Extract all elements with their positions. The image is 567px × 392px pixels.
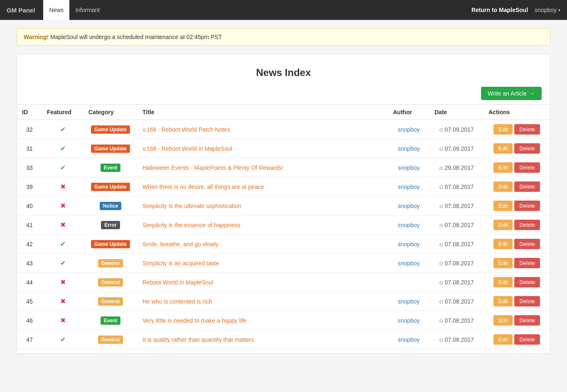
table-row: 31✔Game Updatev.168 - Reboot World in Ma… [17,139,550,158]
edit-button[interactable]: Edit [493,220,513,230]
author-link[interactable]: snopboy [398,336,420,343]
delete-button[interactable]: Delete [514,277,540,287]
cell-title: Halloween Events - MaplePoints & Plenty … [137,158,388,177]
return-link[interactable]: Return to MapleSoul [471,7,528,13]
clock-icon: ⊙ [439,261,443,267]
title-link[interactable]: Simplicity is the essence of happiness [142,222,241,228]
title-link[interactable]: When there is no desire, all things are … [142,184,264,190]
date-value: 07.09.2017 [444,145,474,152]
title-link[interactable]: Smile, breathe, and go slowly [142,241,218,247]
delete-button[interactable]: Delete [514,220,540,230]
table-row: 33✔EventHalloween Events - MaplePoints &… [17,158,550,177]
clock-icon: ⊙ [439,337,443,343]
cell-actions: EditDelete [484,120,550,139]
edit-button[interactable]: Edit [493,201,513,211]
cell-date: ⊙29.08.2017 [430,158,484,177]
author-link[interactable]: snopboy [398,241,420,247]
delete-button[interactable]: Delete [514,162,540,173]
col-header-id: ID [17,105,42,120]
navbar-right: Return to MapleSoul snopboy ▾ [471,7,560,13]
delete-button[interactable]: Delete [514,124,540,135]
cell-author: snopboy [388,177,430,196]
cell-actions: EditDelete [484,273,550,292]
title-link[interactable]: v.168 - Reboot World in MapleSoul [142,145,232,152]
title-link[interactable]: Simplicity is an acquired taste [142,260,219,267]
arrow-icon: → [529,90,535,97]
author-link[interactable]: snopboy [398,184,420,190]
delete-button[interactable]: Delete [514,315,540,326]
edit-button[interactable]: Edit [493,258,513,268]
table-row: 39✖Game UpdateWhen there is no desire, a… [17,177,550,196]
author-link[interactable]: snopboy [398,203,420,209]
date-value: 07.08.2017 [444,298,474,305]
category-badge: Game Update [91,183,130,191]
return-prefix: Return to [471,7,499,13]
delete-button[interactable]: Delete [514,143,540,154]
cell-category: Event [83,158,137,177]
delete-button[interactable]: Delete [514,296,540,306]
author-link[interactable]: snopboy [398,222,420,228]
checkmark-icon: ✔ [60,260,66,267]
toolbar: Write an Article → [17,83,550,104]
cell-category: Error [83,216,137,235]
cell-actions: EditDelete [484,196,550,216]
cell-author: snopboy [388,235,430,254]
col-header-title: Title [137,105,388,120]
page-title: News Index [17,59,550,83]
delete-button[interactable]: Delete [514,181,540,192]
edit-button[interactable]: Edit [493,181,513,192]
cell-actions: EditDelete [484,216,550,235]
col-header-featured: Featured [42,105,83,120]
edit-button[interactable]: Edit [493,315,513,326]
title-link[interactable]: Simplicity is the ultimate sophisticatio… [142,203,241,209]
author-link[interactable]: snopboy [398,298,420,305]
edit-button[interactable]: Edit [493,239,513,249]
cell-category: General [83,330,137,349]
author-link[interactable]: snopboy [398,260,420,267]
category-badge: General [98,278,123,287]
nav-link-news[interactable]: News [43,0,69,20]
title-link[interactable]: Reboot World in MapleSoul [142,279,213,286]
user-name: snopboy [535,7,557,13]
title-link[interactable]: Halloween Events - MaplePoints & Plenty … [142,164,283,171]
nav-link-informant[interactable]: Informant [69,0,106,20]
delete-button[interactable]: Delete [514,201,540,211]
edit-button[interactable]: Edit [493,334,513,345]
edit-button[interactable]: Edit [493,124,513,135]
title-link[interactable]: It is quality rather than quantity that … [142,336,254,343]
cell-featured: ✔ [42,330,83,349]
edit-button[interactable]: Edit [493,296,513,306]
cell-category: Game Update [83,120,137,139]
cell-id: 42 [17,235,42,254]
date-value: 07.08.2017 [444,203,474,209]
title-link[interactable]: Very little is needed to make a happy li… [142,317,247,324]
cell-author: snopboy [388,254,430,273]
cell-date: ⊙07.09.2017 [430,120,484,139]
cell-category: General [83,292,137,311]
title-link[interactable]: v.168 - Reboot World Patch Notes [142,126,230,133]
clock-icon: ⊙ [439,127,443,133]
delete-button[interactable]: Delete [514,239,540,249]
cell-id: 43 [17,254,42,273]
delete-button[interactable]: Delete [514,334,540,345]
title-link[interactable]: He who is contented is rich [142,298,212,305]
cell-featured: ✔ [42,120,83,139]
delete-button[interactable]: Delete [514,258,540,268]
edit-button[interactable]: Edit [493,277,513,287]
write-article-button[interactable]: Write an Article → [481,87,542,100]
return-site: MapleSoul [499,7,528,13]
user-dropdown[interactable]: snopboy ▾ [535,7,560,13]
cell-date: ⊙07.08.2017 [430,177,484,196]
edit-button[interactable]: Edit [493,143,513,154]
cell-title: Very little is needed to make a happy li… [137,311,388,330]
date-value: 29.08.2017 [444,164,474,171]
author-link[interactable]: snopboy [398,317,420,324]
author-link[interactable]: snopboy [398,126,420,133]
author-link[interactable]: snopboy [398,164,420,171]
cell-date: ⊙07.08.2017 [430,254,484,273]
edit-button[interactable]: Edit [493,162,513,173]
table-row: 44✖GeneralReboot World in MapleSoul⊙07.0… [17,273,550,292]
author-link[interactable]: snopboy [398,145,420,152]
cell-actions: EditDelete [484,158,550,177]
cell-actions: EditDelete [484,311,550,330]
